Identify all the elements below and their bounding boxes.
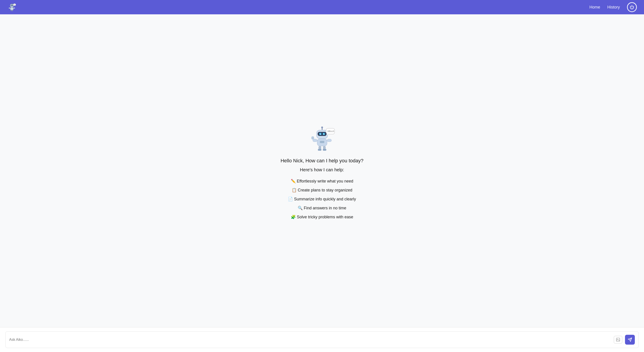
capability-plans-text: Create plans to stay organized xyxy=(298,188,352,192)
capability-item-write: ✏️ Effortlessly write what you need xyxy=(291,179,354,184)
capability-solve-text: Solve tricky problems with ease xyxy=(297,215,353,219)
input-wrapper xyxy=(5,331,639,348)
capability-item-plans: 📋 Create plans to stay organized xyxy=(292,188,352,193)
image-attach-button[interactable] xyxy=(614,336,622,343)
capabilities-list: ✏️ Effortlessly write what you need 📋 Cr… xyxy=(288,179,356,219)
svg-text:Hi: Hi xyxy=(14,4,15,6)
capability-summarize-text: Summarize info quickly and clearly xyxy=(294,197,356,201)
capability-item-summarize: 📄 Summarize info quickly and clearly xyxy=(288,197,356,202)
svg-rect-6 xyxy=(12,10,13,11)
capability-write-text: Effortlessly write what you need xyxy=(297,179,354,183)
svg-rect-14 xyxy=(318,132,326,136)
greeting-text: Hello Nick, How can I help you today? xyxy=(280,158,364,164)
svg-point-20 xyxy=(324,133,324,134)
svg-rect-8 xyxy=(14,8,15,9)
svg-point-35 xyxy=(617,339,618,339)
svg-point-2 xyxy=(11,5,12,6)
send-icon xyxy=(628,337,632,342)
svg-rect-7 xyxy=(9,8,10,9)
svg-point-3 xyxy=(12,5,13,6)
svg-rect-1 xyxy=(11,4,13,5)
svg-point-19 xyxy=(320,133,321,134)
solve-icon: 🧩 xyxy=(291,215,296,219)
capability-item-answers: 🔍 Find answers in no time xyxy=(298,206,346,210)
image-icon xyxy=(616,337,620,342)
input-area xyxy=(0,327,644,352)
logo-icon: Hi xyxy=(7,3,16,12)
capability-item-solve: 🧩 Solve tricky problems with ease xyxy=(291,214,353,219)
send-button[interactable] xyxy=(625,335,635,344)
svg-rect-28 xyxy=(327,139,332,142)
header-nav: Home History xyxy=(590,2,637,12)
capability-answers-text: Find answers in no time xyxy=(304,206,346,210)
svg-rect-4 xyxy=(10,8,14,10)
main-content: HELLO Hello Nick, How can I help you tod… xyxy=(0,14,644,327)
robot-illustration: HELLO xyxy=(309,127,336,153)
svg-rect-22 xyxy=(320,141,324,143)
svg-rect-27 xyxy=(313,139,317,142)
svg-rect-25 xyxy=(318,149,322,151)
chat-input[interactable] xyxy=(9,338,611,342)
plans-icon: 📋 xyxy=(292,188,296,192)
home-link[interactable]: Home xyxy=(590,5,600,10)
power-button[interactable] xyxy=(627,2,637,12)
logo: Hi xyxy=(7,3,16,12)
history-link[interactable]: History xyxy=(607,5,620,10)
svg-rect-5 xyxy=(11,10,12,11)
summarize-icon: 📄 xyxy=(288,197,293,201)
write-icon: ✏️ xyxy=(291,179,296,183)
svg-text:HELLO: HELLO xyxy=(328,130,334,132)
svg-rect-26 xyxy=(323,149,326,151)
app-header: Hi Home History xyxy=(0,0,644,14)
svg-point-12 xyxy=(321,127,323,128)
svg-rect-29 xyxy=(311,136,314,140)
answers-icon: 🔍 xyxy=(298,206,303,210)
svg-rect-34 xyxy=(616,338,620,341)
sub-heading-text: Here's how I can help: xyxy=(300,167,344,172)
input-actions xyxy=(614,335,635,344)
power-icon xyxy=(630,5,634,10)
